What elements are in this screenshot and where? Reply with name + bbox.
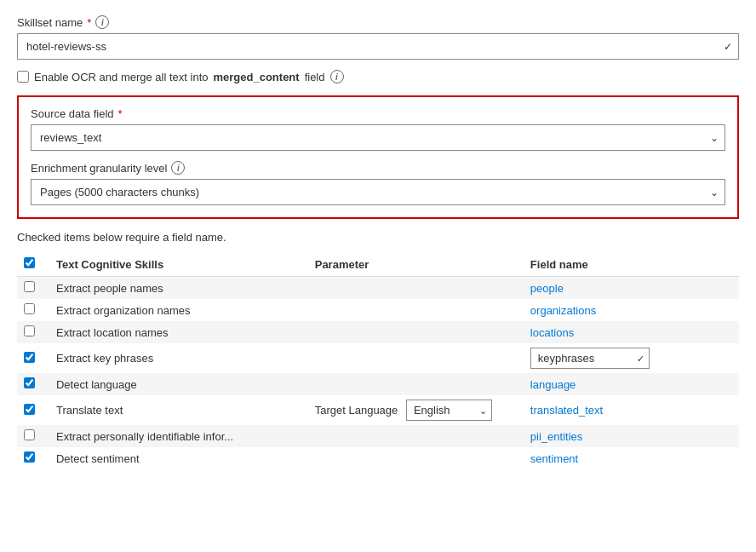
- param-cell-extract-pii: [308, 425, 524, 447]
- param-cell-extract-location: [308, 321, 524, 343]
- field-cell-extract-pii: pii_entities: [524, 425, 739, 447]
- field-name-text-translate-text: translated_text: [530, 404, 603, 417]
- col-header-skill: Text Cognitive Skills: [49, 252, 308, 277]
- field-cell-translate-text: translated_text: [524, 395, 739, 425]
- skill-label-extract-keyphrases: Extract key phrases: [49, 343, 308, 373]
- enrichment-info-icon[interactable]: i: [171, 161, 185, 175]
- checkbox-extract-location[interactable]: [24, 325, 35, 336]
- table-row: Extract key phraseskeyphrases✓: [17, 343, 739, 373]
- source-data-section: Source data field * reviews_text ⌄ Enric…: [17, 95, 739, 219]
- skill-label-extract-pii: Extract personally identifiable infor...: [49, 425, 308, 447]
- skillset-name-info-icon[interactable]: i: [95, 15, 109, 29]
- field-select-wrapper-extract-keyphrases: keyphrases✓: [530, 348, 650, 369]
- section-note: Checked items below require a field name…: [17, 231, 739, 244]
- skill-label-extract-location: Extract location names: [49, 321, 308, 343]
- row-checkbox-cell: [17, 343, 49, 373]
- field-name-text-detect-sentiment: sentiment: [530, 452, 578, 465]
- field-cell-detect-language: language: [524, 373, 739, 395]
- skill-label-extract-people: Extract people names: [49, 277, 308, 300]
- table-row: Extract personally identifiable infor...…: [17, 425, 739, 447]
- select-all-checkbox[interactable]: [24, 257, 35, 268]
- param-cell-detect-language: [308, 373, 524, 395]
- enrichment-wrapper: Pages (5000 characters chunks)SentencesO…: [31, 179, 725, 205]
- header-checkbox-cell: [17, 252, 49, 277]
- row-checkbox-cell: [17, 299, 49, 321]
- field-select-extract-keyphrases[interactable]: keyphrases: [530, 348, 650, 369]
- checkbox-extract-org[interactable]: [24, 303, 35, 314]
- field-cell-extract-location: locations: [524, 321, 739, 343]
- field-name-text-extract-org: organizations: [530, 304, 596, 317]
- row-checkbox-cell: [17, 277, 49, 300]
- field-cell-extract-keyphrases: keyphrases✓: [524, 343, 739, 373]
- ocr-label-bold: merged_content: [214, 71, 300, 83]
- field-name-text-extract-pii: pii_entities: [530, 430, 582, 443]
- row-checkbox-cell: [17, 395, 49, 425]
- skillset-name-wrapper: hotel-reviews-ss ✓: [17, 33, 739, 60]
- source-required-indicator: *: [118, 107, 123, 120]
- field-name-text-extract-location: locations: [530, 326, 574, 339]
- field-cell-extract-people: people: [524, 277, 739, 300]
- row-checkbox-cell: [17, 447, 49, 469]
- ocr-label-before: Enable OCR and merge all text into: [34, 71, 209, 83]
- checkbox-translate-text[interactable]: [24, 404, 35, 415]
- checkbox-detect-sentiment[interactable]: [24, 451, 35, 463]
- skill-label-translate-text: Translate text: [49, 395, 308, 425]
- skill-label-detect-sentiment: Detect sentiment: [49, 447, 308, 469]
- param-cell-extract-keyphrases: [308, 343, 524, 373]
- table-row: Extract location nameslocations: [17, 321, 739, 343]
- field-cell-extract-org: organizations: [524, 299, 739, 321]
- ocr-checkbox[interactable]: [17, 71, 29, 83]
- source-data-wrapper: reviews_text ⌄: [31, 124, 725, 151]
- param-cell-translate-text: Target Language EnglishFrenchSpanishGerm…: [308, 395, 524, 425]
- col-header-field-name: Field name: [524, 252, 739, 277]
- param-cell-extract-org: [308, 299, 524, 321]
- skill-label-detect-language: Detect language: [49, 373, 308, 395]
- col-header-parameter: Parameter: [308, 252, 524, 277]
- checkbox-extract-pii[interactable]: [24, 429, 35, 440]
- param-select-wrapper-translate-text: EnglishFrenchSpanishGermanItalianPortugu…: [406, 400, 492, 421]
- row-checkbox-cell: [17, 373, 49, 395]
- checkbox-detect-language[interactable]: [24, 377, 35, 388]
- ocr-checkbox-row: Enable OCR and merge all text into merge…: [17, 70, 739, 83]
- param-label-translate-text: Target Language: [315, 404, 401, 417]
- row-checkbox-cell: [17, 425, 49, 447]
- enrichment-select[interactable]: Pages (5000 characters chunks)SentencesO…: [31, 179, 725, 205]
- checkbox-extract-people[interactable]: [24, 281, 35, 292]
- ocr-info-icon[interactable]: i: [330, 70, 344, 83]
- source-data-label: Source data field *: [31, 107, 725, 120]
- skill-label-extract-org: Extract organization names: [49, 299, 308, 321]
- param-select-translate-text[interactable]: EnglishFrenchSpanishGermanItalianPortugu…: [406, 400, 492, 421]
- field-name-text-detect-language: language: [530, 378, 576, 391]
- table-row: Detect languagelanguage: [17, 373, 739, 395]
- row-checkbox-cell: [17, 321, 49, 343]
- skillset-name-select[interactable]: hotel-reviews-ss: [17, 33, 739, 60]
- param-cell-extract-people: [308, 277, 524, 300]
- checkbox-extract-keyphrases[interactable]: [24, 352, 35, 363]
- field-name-text-extract-people: people: [530, 282, 564, 295]
- table-row: Extract organization namesorganizations: [17, 299, 739, 321]
- enrichment-label: Enrichment granularity level i: [31, 161, 725, 175]
- field-cell-detect-sentiment: sentiment: [524, 447, 739, 469]
- ocr-label-after: field: [305, 71, 325, 83]
- skills-table: Text Cognitive Skills Parameter Field na…: [17, 252, 739, 469]
- param-cell-detect-sentiment: [308, 447, 524, 469]
- table-row: Translate textTarget Language EnglishFre…: [17, 395, 739, 425]
- source-data-select[interactable]: reviews_text: [31, 124, 725, 151]
- table-row: Extract people namespeople: [17, 277, 739, 300]
- required-indicator: *: [87, 16, 91, 29]
- skillset-name-label: Skillset name * i: [17, 15, 739, 29]
- table-row: Detect sentimentsentiment: [17, 447, 739, 469]
